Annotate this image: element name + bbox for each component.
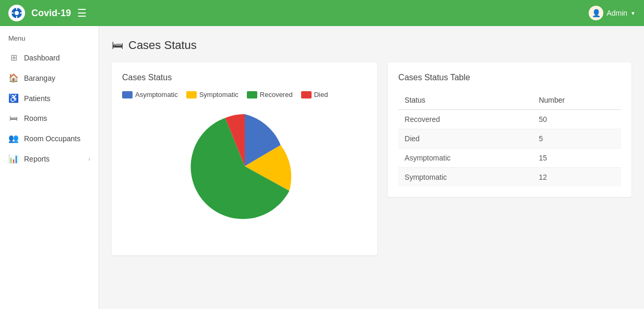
cards-row: Cases Status Asymptomatic Symptomatic Re…: [112, 63, 631, 255]
sidebar-item-label: Barangay: [24, 74, 55, 82]
legend-color-recovered: [247, 91, 257, 98]
sidebar-item-rooms[interactable]: 🛏 Rooms: [0, 108, 99, 128]
table-row: Died 5: [398, 129, 621, 149]
chart-card: Cases Status Asymptomatic Symptomatic Re…: [112, 63, 377, 255]
sidebar: Menu ⊞ Dashboard 🏠 Barangay ♿ Patients 🛏…: [0, 26, 99, 309]
table-row: Recovered 50: [398, 110, 621, 129]
row-number: 50: [532, 110, 621, 129]
svg-point-1: [15, 11, 19, 15]
legend-label-recovered: Recovered: [260, 91, 293, 98]
sidebar-item-patients[interactable]: ♿ Patients: [0, 88, 99, 108]
sidebar-item-label: Patients: [24, 94, 51, 103]
admin-menu[interactable]: 👤 Admin ▼: [589, 6, 636, 20]
chevron-down-icon: ▼: [630, 10, 636, 16]
home-icon: 🏠: [8, 73, 19, 83]
page-header-icon: 🛏: [112, 39, 123, 52]
sidebar-item-reports[interactable]: 📊 Reports ›: [0, 149, 99, 169]
occupants-icon: 👥: [8, 133, 19, 143]
table-row: Asymptomatic 15: [398, 149, 621, 168]
pie-chart-container: [122, 104, 367, 229]
app-logo: [8, 5, 25, 21]
chevron-right-icon: ›: [88, 155, 90, 163]
dashboard-icon: ⊞: [8, 53, 19, 63]
sidebar-item-label: Dashboard: [24, 54, 60, 62]
row-number: 12: [532, 168, 621, 187]
main-content: 🛏 Cases Status Cases Status Asymptomatic…: [99, 26, 644, 309]
sidebar-item-label: Reports: [24, 155, 50, 163]
sidebar-item-label: Rooms: [24, 114, 47, 122]
row-status: Recovered: [398, 110, 532, 129]
legend-died: Died: [301, 91, 328, 98]
sidebar-menu-label: Menu: [0, 34, 99, 47]
app-title: Covid-19: [31, 8, 71, 19]
legend-color-died: [301, 91, 312, 98]
reports-icon: 📊: [8, 154, 19, 164]
legend-asymptomatic: Asymptomatic: [122, 91, 178, 98]
legend-recovered: Recovered: [247, 91, 293, 98]
sidebar-item-label: Room Occupants: [24, 134, 80, 143]
sidebar-item-dashboard[interactable]: ⊞ Dashboard: [0, 47, 99, 68]
sidebar-item-room-occupants[interactable]: 👥 Room Occupants: [0, 128, 99, 149]
navbar-left: Covid-19 ☰: [8, 5, 87, 21]
table-card-title: Cases Status Table: [398, 73, 621, 82]
chart-legend: Asymptomatic Symptomatic Recovered Died: [122, 91, 367, 98]
hamburger-icon[interactable]: ☰: [77, 7, 87, 19]
admin-label: Admin: [606, 9, 627, 17]
legend-color-asymptomatic: [122, 91, 133, 98]
top-navbar: Covid-19 ☰ 👤 Admin ▼: [0, 0, 644, 26]
legend-symptomatic: Symptomatic: [186, 91, 238, 98]
page-title: Cases Status: [128, 39, 197, 52]
legend-color-symptomatic: [186, 91, 197, 98]
row-status: Symptomatic: [398, 168, 532, 187]
row-status: Asymptomatic: [398, 149, 532, 168]
col-number: Number: [532, 91, 621, 110]
app-body: Menu ⊞ Dashboard 🏠 Barangay ♿ Patients 🛏…: [0, 26, 644, 309]
row-number: 15: [532, 149, 621, 168]
page-header: 🛏 Cases Status: [112, 39, 631, 52]
patients-icon: ♿: [8, 93, 19, 103]
table-card: Cases Status Table Status Number Recover…: [388, 63, 631, 197]
legend-label-asymptomatic: Asymptomatic: [135, 91, 178, 98]
status-table: Status Number Recovered 50 Died 5: [398, 91, 621, 187]
row-number: 5: [532, 129, 621, 149]
legend-label-died: Died: [314, 91, 328, 98]
legend-label-symptomatic: Symptomatic: [199, 91, 238, 98]
pie-chart: [187, 109, 302, 224]
table-row: Symptomatic 12: [398, 168, 621, 187]
col-status: Status: [398, 91, 532, 110]
sidebar-item-barangay[interactable]: 🏠 Barangay: [0, 68, 99, 88]
avatar: 👤: [589, 6, 603, 20]
row-status: Died: [398, 129, 532, 149]
chart-card-title: Cases Status: [122, 73, 367, 82]
rooms-icon: 🛏: [8, 114, 19, 123]
